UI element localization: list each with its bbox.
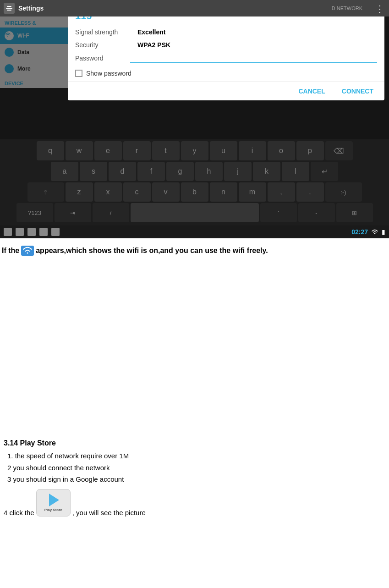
topbar-title: Settings (18, 5, 44, 12)
status-right: 02:27 ▮ (351, 228, 385, 236)
cancel-button[interactable]: Cancel (295, 86, 329, 97)
status-left (4, 228, 60, 236)
signal-value: Excellent (137, 28, 165, 36)
status-time: 02:27 (351, 228, 368, 236)
play-store-badge-label: Play Store (44, 508, 62, 512)
signal-row: Signal strength Excellent (68, 26, 384, 38)
play-store-section: 3.14 Play Store 1. the speed of network … (2, 439, 387, 517)
svg-rect-2 (7, 10, 11, 11)
step-4-prefix: 4 click the (4, 509, 34, 517)
play-store-badge[interactable]: Play Store (36, 489, 71, 517)
password-input[interactable] (130, 53, 377, 63)
password-row[interactable]: Password (68, 51, 384, 67)
step-3: 3 you should sign in a Google account (7, 473, 385, 485)
play-store-triangle-icon (49, 494, 59, 506)
show-password-label: Show password (86, 70, 131, 77)
wifi-notice-icon (21, 246, 34, 256)
wifi-notice-suffix: appears,which shows the wifi is on,and y… (36, 247, 268, 255)
security-value: WPA2 PSK (137, 41, 170, 49)
instructions: 1. the speed of network require over 1M … (7, 450, 385, 485)
show-password-row[interactable]: Show password (68, 67, 384, 82)
add-network-label: D NETWORK (332, 5, 362, 11)
wifi-notice: If the appears,which shows the wifi is o… (2, 246, 387, 256)
status-icon-3 (27, 228, 36, 236)
dialog-buttons: Cancel Connect (68, 82, 384, 100)
status-icon-2 (16, 228, 24, 236)
status-icon-5 (51, 228, 60, 236)
connect-button[interactable]: Connect (338, 86, 377, 97)
status-icon-4 (39, 228, 48, 236)
menu-icon[interactable]: ⋮ (375, 3, 384, 14)
password-label: Password (75, 55, 130, 62)
topbar: Settings D NETWORK ⋮ (0, 0, 389, 16)
play-store-icon-area: 4 click the Play Store , you will see th… (4, 489, 385, 517)
signal-label: Signal strength (75, 28, 130, 36)
android-screenshot: Settings D NETWORK ⋮ WIRELESS & Wi-F Dat… (0, 0, 389, 238)
battery-icon: ▮ (382, 228, 385, 236)
status-icon-1 (4, 228, 12, 236)
wifi-status-icon (371, 229, 379, 235)
wifi-connect-dialog: 119 Signal strength Excellent Security W… (68, 5, 384, 100)
security-label: Security (75, 41, 130, 49)
show-password-checkbox[interactable] (75, 70, 82, 77)
play-store-section-title: 3.14 Play Store (4, 439, 385, 447)
settings-icon (4, 3, 15, 14)
svg-rect-0 (7, 6, 11, 7)
status-bar: 02:27 ▮ (0, 225, 389, 238)
step-1: 1. the speed of network require over 1M (7, 450, 385, 462)
security-row: Security WPA2 PSK (68, 38, 384, 51)
svg-rect-1 (6, 8, 12, 9)
wifi-notice-prefix: If the (2, 247, 19, 255)
step-2: 2 you should connect the network (7, 462, 385, 474)
step-4-suffix: , you will see the picture (72, 509, 146, 517)
content-area: If the appears,which shows the wifi is o… (0, 238, 389, 526)
